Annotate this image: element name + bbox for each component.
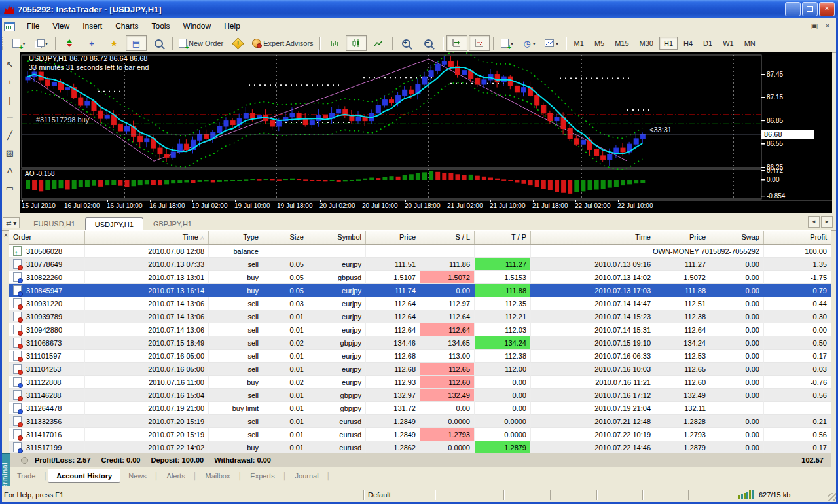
terminal-button[interactable]: ▤ bbox=[126, 35, 147, 51]
text-tool[interactable]: A bbox=[2, 162, 18, 178]
terminal-tab-experts[interactable]: Experts bbox=[242, 469, 282, 482]
history-row-311068673[interactable]: 3110686732010.07.15 18:49sell0.02gbpjpy1… bbox=[9, 336, 831, 350]
timeframe-w1-button[interactable]: W1 bbox=[718, 37, 738, 50]
menu-window[interactable]: Window bbox=[177, 19, 218, 33]
column-header-order[interactable]: Order bbox=[9, 231, 85, 244]
menu-charts[interactable]: Charts bbox=[109, 19, 145, 33]
new-order-button[interactable]: +New Order bbox=[176, 35, 226, 51]
close-price-cell: 1.2879 bbox=[655, 441, 710, 454]
vertical-line-tool[interactable]: | bbox=[2, 92, 18, 107]
mdi-restore-icon[interactable]: ▣ bbox=[809, 22, 820, 31]
auto-scroll-button[interactable] bbox=[446, 35, 467, 51]
summary-bullet-icon bbox=[21, 457, 28, 464]
history-row-311417016[interactable]: 3114170162010.07.20 15:19sell0.01eurusd1… bbox=[9, 428, 831, 441]
menu-view[interactable]: View bbox=[46, 19, 76, 33]
label-tool[interactable]: ▭ bbox=[2, 180, 18, 196]
candlestick-button[interactable] bbox=[346, 35, 367, 51]
templates-button[interactable]: ▾ bbox=[541, 35, 562, 51]
tab-scroll-left-icon[interactable]: ◂ bbox=[808, 216, 820, 228]
zoom-in-button[interactable]: + bbox=[396, 35, 417, 51]
column-header-sl-6[interactable]: S / L bbox=[420, 231, 475, 244]
terminal-tab-journal[interactable]: Journal bbox=[287, 469, 327, 482]
timeframe-d1-button[interactable]: D1 bbox=[699, 37, 717, 50]
timeframe-m1-button[interactable]: M1 bbox=[570, 37, 589, 50]
column-header-profit-11[interactable]: Profit bbox=[764, 231, 831, 244]
history-row-311122808[interactable]: 3111228082010.07.16 11:00buy0.02eurjpy11… bbox=[9, 376, 831, 389]
chart-canvas[interactable]: USDJPY,H1 86.70 86.72 86.64 86.68 33 min… bbox=[20, 52, 832, 213]
history-row-310845947[interactable]: 3108459472010.07.13 16:14buy0.05eurjpy11… bbox=[9, 284, 831, 297]
strategy-tester-button[interactable] bbox=[148, 35, 169, 51]
expert-advisors-button[interactable]: Expert Advisors bbox=[249, 35, 316, 51]
tab-scroll-right-icon[interactable]: ▸ bbox=[821, 216, 833, 228]
timeframe-m5-button[interactable]: M5 bbox=[590, 37, 609, 50]
menu-tools[interactable]: Tools bbox=[145, 19, 177, 33]
navigator-button[interactable]: ★ bbox=[103, 35, 124, 51]
new-chart-button[interactable]: +▾ bbox=[9, 35, 29, 51]
menu-help[interactable]: Help bbox=[217, 19, 247, 33]
history-row-310942880[interactable]: 3109428802010.07.14 13:06sell0.01eurjpy1… bbox=[9, 323, 831, 336]
terminal-tab-mailbox[interactable]: Mailbox bbox=[198, 469, 238, 482]
menu-insert[interactable]: Insert bbox=[76, 19, 109, 33]
line-chart-button[interactable] bbox=[368, 35, 389, 51]
terminal-tab-trade[interactable]: Trade bbox=[9, 469, 43, 482]
tab-list-button[interactable]: ⇄ ▾ bbox=[3, 217, 20, 228]
history-row-311517199[interactable]: 3115171992010.07.22 14:02buy0.01eurusd1.… bbox=[9, 441, 831, 454]
history-row-310778649[interactable]: 3107786492010.07.13 07:33sell0.05eurjpy1… bbox=[9, 258, 831, 271]
chart-tab-usdjpy-h1[interactable]: USDJPY,H1 bbox=[85, 217, 143, 231]
profiles-button[interactable]: ▾ bbox=[31, 35, 52, 51]
sell-order-icon bbox=[13, 298, 22, 308]
minimize-button[interactable]: ─ bbox=[785, 2, 801, 16]
terminal-tab-account-history[interactable]: Account History bbox=[48, 469, 120, 483]
metaeditor-button[interactable]: ! bbox=[227, 35, 248, 51]
column-header-time-8[interactable]: Time bbox=[531, 231, 655, 244]
timeframe-m15-button[interactable]: M15 bbox=[610, 37, 633, 50]
trendline-tool[interactable]: ╱ bbox=[2, 127, 18, 143]
column-header-size[interactable]: Size bbox=[263, 231, 308, 244]
timeframe-mn-button[interactable]: MN bbox=[740, 37, 760, 50]
crosshair-tool[interactable]: + bbox=[2, 74, 18, 90]
history-row-310506028[interactable]: 3105060282010.07.08 12:08balanceOWN-MONE… bbox=[9, 245, 831, 258]
data-window-button[interactable]: + bbox=[81, 35, 102, 51]
status-profile[interactable]: Default bbox=[364, 491, 435, 499]
history-row-310822260[interactable]: 3108222602010.07.13 13:01buy0.05gbpusd1.… bbox=[9, 271, 831, 284]
tp-cell: 112.21 bbox=[475, 310, 531, 323]
timeframe-h4-button[interactable]: H4 bbox=[679, 37, 697, 50]
column-header-tp-7[interactable]: T / P bbox=[475, 231, 531, 244]
mdi-close-icon[interactable]: × bbox=[822, 22, 833, 31]
timeframe-h1-button[interactable]: H1 bbox=[659, 37, 678, 50]
history-row-311101597[interactable]: 3111015972010.07.16 05:00sell0.01eurjpy1… bbox=[9, 350, 831, 363]
history-row-311146288[interactable]: 3111462882010.07.16 15:04sell0.01gbpjpy1… bbox=[9, 389, 831, 402]
swap-cell: 0.00 bbox=[710, 271, 764, 284]
mdi-minimize-icon[interactable]: ─ bbox=[796, 22, 807, 31]
chart-tab-eurusd-h1[interactable]: EURUSD,H1 bbox=[24, 217, 85, 230]
history-row-311104253[interactable]: 3111042532010.07.16 05:00sell0.01eurjpy1… bbox=[9, 363, 831, 376]
terminal-tab-alerts[interactable]: Alerts bbox=[159, 469, 193, 482]
chart-bar-countdown-text: 33 minutes 31 seconds left to bar end bbox=[29, 63, 149, 71]
zoom-out-button[interactable]: − bbox=[418, 35, 439, 51]
restore-button[interactable] bbox=[802, 2, 818, 16]
market-watch-button[interactable] bbox=[59, 35, 80, 51]
terminal-tab-news[interactable]: News bbox=[120, 469, 155, 482]
history-row-311332356[interactable]: 3113323562010.07.20 15:19sell0.01eurusd1… bbox=[9, 415, 831, 428]
column-header-type[interactable]: Type bbox=[209, 231, 263, 244]
cursor-tool[interactable]: ↖ bbox=[2, 56, 18, 72]
column-header-price[interactable]: Price bbox=[366, 231, 420, 244]
price-axis-label: 87.45 bbox=[767, 71, 783, 78]
column-header-swap-10[interactable]: Swap bbox=[710, 231, 764, 244]
menu-file[interactable]: File bbox=[20, 19, 46, 33]
horizontal-line-tool[interactable]: ─ bbox=[2, 109, 18, 125]
bar-chart-button[interactable] bbox=[323, 35, 344, 51]
chart-tab-gbpjpy-h1[interactable]: GBPJPY,H1 bbox=[143, 217, 202, 230]
chart-shift-button[interactable] bbox=[469, 35, 490, 51]
column-header-symbol[interactable]: Symbol bbox=[308, 231, 366, 244]
timeframe-m30-button[interactable]: M30 bbox=[635, 37, 658, 50]
column-header-time[interactable]: Time△ bbox=[85, 231, 209, 244]
close-button[interactable]: × bbox=[819, 2, 835, 16]
column-header-price-9[interactable]: Price bbox=[655, 231, 710, 244]
history-row-311264478[interactable]: 3112644782010.07.19 21:00buy limit0.01gb… bbox=[9, 402, 831, 415]
periods-button[interactable]: ◷▾ bbox=[519, 35, 540, 51]
history-row-310931220[interactable]: 3109312202010.07.14 13:06sell0.03eurjpy1… bbox=[9, 297, 831, 310]
history-row-310939789[interactable]: 3109397892010.07.14 13:06sell0.01eurjpy1… bbox=[9, 310, 831, 323]
fibonacci-tool[interactable]: ▨ bbox=[2, 145, 18, 160]
indicators-button[interactable]: +▾ bbox=[497, 35, 518, 51]
